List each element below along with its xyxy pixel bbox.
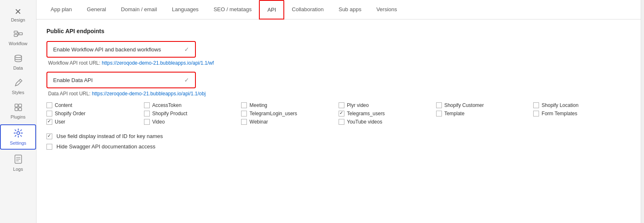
bottom-option-checkbox-1[interactable] xyxy=(46,144,52,150)
workflow-api-url-label: Workflow API root URL: xyxy=(48,60,100,66)
data-type-label: Content xyxy=(55,102,72,108)
data-type-item[interactable]: Form Templates xyxy=(533,111,631,116)
data-type-checkbox[interactable] xyxy=(241,111,247,116)
workflow-api-label: Enable Workflow API and backend workflow… xyxy=(53,46,180,53)
data-type-item[interactable]: Shopify Customer xyxy=(436,102,534,108)
data-type-item[interactable]: Telegrams_users xyxy=(339,111,436,116)
svg-rect-1 xyxy=(14,34,17,36)
data-type-checkbox[interactable] xyxy=(339,119,344,125)
tab-seo-metatags[interactable]: SEO / metatags xyxy=(206,0,259,19)
data-type-checkbox[interactable] xyxy=(339,102,344,108)
data-type-checkbox[interactable] xyxy=(533,111,539,116)
data-type-item[interactable]: Plyr video xyxy=(339,102,436,108)
sidebar-item-logs-label: Logs xyxy=(13,167,23,172)
bottom-option-checkbox-0[interactable] xyxy=(46,133,52,139)
data-api-checkmark: ✓ xyxy=(184,77,189,83)
data-type-item[interactable]: Shopify Order xyxy=(46,111,144,116)
data-type-checkbox[interactable] xyxy=(46,102,52,108)
sidebar-item-design-label: Design xyxy=(11,17,25,22)
bottom-option-label-0: Use field display instead of ID for key … xyxy=(56,133,163,139)
data-type-label: Shopify Order xyxy=(55,111,85,116)
workflow-api-checkmark: ✓ xyxy=(184,46,189,53)
data-types-grid: ContentAccessTokenMeetingPlyr videoShopi… xyxy=(46,102,631,125)
svg-rect-12 xyxy=(15,108,18,111)
main-content: App plan General Domain / email Language… xyxy=(37,0,641,223)
svg-point-8 xyxy=(15,55,22,58)
svg-rect-11 xyxy=(19,104,22,107)
data-type-checkbox[interactable] xyxy=(144,102,150,108)
sidebar-item-logs[interactable]: Logs xyxy=(0,151,36,175)
data-type-item[interactable]: Content xyxy=(46,102,144,108)
data-icon xyxy=(14,54,22,64)
bottom-option-1[interactable]: Hide Swagger API documentation access xyxy=(46,143,631,150)
data-type-item[interactable]: Shopify Product xyxy=(144,111,242,116)
scrollbar-track xyxy=(641,0,644,223)
data-type-label: Shopify Customer xyxy=(444,102,484,108)
data-type-checkbox[interactable] xyxy=(241,119,247,125)
settings-icon xyxy=(14,128,23,139)
svg-rect-2 xyxy=(19,33,22,35)
data-type-label: Webinar xyxy=(249,119,268,125)
api-settings-content: Public API endpoints Enable Workflow API… xyxy=(37,19,641,223)
data-type-label: Telegrams_users xyxy=(347,111,385,116)
workflow-api-toggle[interactable]: Enable Workflow API and backend workflow… xyxy=(46,41,196,58)
data-type-item[interactable]: Shopify Location xyxy=(533,102,631,108)
data-type-item[interactable]: AccessToken xyxy=(144,102,242,108)
data-type-label: Form Templates xyxy=(542,111,577,116)
data-type-checkbox[interactable] xyxy=(436,102,442,108)
sidebar: ✕ Design Workflow Data xyxy=(0,0,37,223)
tab-collaboration[interactable]: Collaboration xyxy=(284,0,331,19)
bottom-option-0[interactable]: Use field display instead of ID for key … xyxy=(46,133,631,139)
sidebar-item-plugins[interactable]: Plugins xyxy=(0,100,36,123)
design-icon: ✕ xyxy=(15,7,22,16)
svg-rect-13 xyxy=(19,108,22,111)
tab-versions[interactable]: Versions xyxy=(369,0,405,19)
svg-point-14 xyxy=(17,132,20,135)
sidebar-item-settings[interactable]: Settings xyxy=(0,124,36,150)
data-type-label: Video xyxy=(152,119,165,125)
data-type-item[interactable]: YouTube videos xyxy=(339,119,436,125)
data-api-url-row: Data API root URL: https://zeroqode-demo… xyxy=(46,91,631,97)
tab-sub-apps[interactable]: Sub apps xyxy=(331,0,369,19)
sidebar-item-data-label: Data xyxy=(13,65,23,70)
tab-languages[interactable]: Languages xyxy=(164,0,206,19)
data-type-label: Shopify Location xyxy=(542,102,578,108)
data-type-item[interactable]: TelegramLogin_users xyxy=(241,111,339,116)
data-type-checkbox[interactable] xyxy=(144,111,150,116)
data-type-label: User xyxy=(55,119,65,125)
data-type-checkbox[interactable] xyxy=(46,119,52,125)
data-type-item[interactable]: Webinar xyxy=(241,119,339,125)
workflow-icon xyxy=(14,31,23,39)
tab-general[interactable]: General xyxy=(79,0,113,19)
data-type-item[interactable]: Template xyxy=(436,111,534,116)
data-type-checkbox[interactable] xyxy=(533,102,539,108)
data-type-checkbox[interactable] xyxy=(241,102,247,108)
data-type-item[interactable]: Video xyxy=(144,119,242,125)
data-api-url-label: Data API root URL: xyxy=(48,91,90,97)
sidebar-item-workflow[interactable]: Workflow xyxy=(0,27,36,49)
data-type-checkbox[interactable] xyxy=(144,119,150,125)
tab-app-plan[interactable]: App plan xyxy=(43,0,79,19)
sidebar-item-design[interactable]: ✕ Design xyxy=(0,4,36,26)
sidebar-item-data[interactable]: Data xyxy=(0,51,36,74)
data-type-label: TelegramLogin_users xyxy=(249,111,297,116)
data-type-item[interactable]: Meeting xyxy=(241,102,339,108)
tab-api[interactable]: API xyxy=(259,0,284,19)
sidebar-item-styles[interactable]: Styles xyxy=(0,75,36,98)
plugins-icon xyxy=(14,103,22,113)
data-type-label: Plyr video xyxy=(347,102,369,108)
data-api-toggle[interactable]: Enable Data API ✓ xyxy=(46,72,196,88)
data-api-url[interactable]: https://zeroqode-demo-21.bubbleapps.io/a… xyxy=(92,91,205,97)
svg-rect-0 xyxy=(14,31,17,33)
workflow-api-url[interactable]: https://zeroqode-demo-21.bubbleapps.io/a… xyxy=(102,60,214,66)
data-api-label: Enable Data API xyxy=(53,77,180,83)
tab-domain-email[interactable]: Domain / email xyxy=(114,0,165,19)
tabs-bar: App plan General Domain / email Language… xyxy=(37,0,641,19)
data-type-checkbox[interactable] xyxy=(339,111,344,116)
sidebar-item-plugins-label: Plugins xyxy=(10,114,25,119)
data-type-checkbox[interactable] xyxy=(46,111,52,116)
data-type-checkbox[interactable] xyxy=(436,111,442,116)
data-type-item[interactable]: User xyxy=(46,119,144,125)
svg-rect-10 xyxy=(15,104,18,107)
section-title: Public API endpoints xyxy=(46,28,631,34)
